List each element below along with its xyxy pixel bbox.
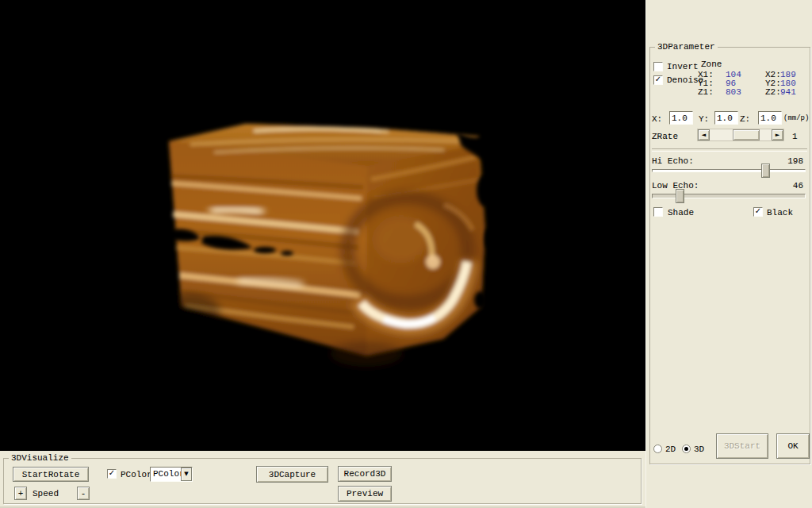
mode-2d-radio[interactable] (653, 444, 662, 453)
visualize-groupbox: 3DVisualize StartRotate + Speed - ✓ PCol… (3, 458, 642, 504)
3d-viewport[interactable] (0, 0, 645, 451)
parameter-groupbox: 3DParameter Invert ✓ Denoise Zone X1: 10… (649, 47, 810, 464)
volume-render[interactable] (0, 0, 645, 451)
pcolor-combo-value: PColor (153, 469, 185, 479)
zrate-value: 1 (792, 132, 798, 141)
speed-plus-button[interactable]: + (14, 487, 27, 500)
low-echo-value: 46 (793, 181, 803, 190)
start-rotate-button[interactable]: StartRotate (13, 467, 89, 482)
hi-echo-slider-thumb[interactable] (761, 164, 770, 178)
visualize-group-title: 3DVisualize (9, 453, 71, 463)
zrate-label: ZRate (652, 132, 678, 141)
zone-z1-label: Z1: (698, 87, 714, 97)
zone-z2-label: Z2: (765, 87, 781, 97)
zrate-left-arrow-button[interactable]: ◄ (698, 129, 710, 140)
invert-label: Invert (667, 62, 699, 71)
x-scale-input[interactable] (669, 111, 693, 125)
preview-button[interactable]: Preview (338, 486, 392, 502)
pcolor-checkbox[interactable]: ✓ (107, 469, 117, 479)
pcolor-label: PColor (121, 470, 152, 479)
right-arrow-icon: ► (776, 133, 779, 138)
pcolor-combo-dropdown-button[interactable]: ▼ (181, 468, 192, 481)
denoise-checkbox[interactable]: ✓ (653, 75, 663, 85)
low-echo-slider-thumb[interactable] (676, 189, 684, 203)
record3d-button[interactable]: Record3D (338, 466, 392, 482)
y-scale-label: Y: (699, 114, 709, 124)
shade-checkbox[interactable] (653, 207, 663, 217)
zrate-scrollbar[interactable]: ◄ ► (697, 129, 784, 141)
app-window: 3DParameter Invert ✓ Denoise Zone X1: 10… (0, 0, 812, 508)
chevron-down-icon: ▼ (184, 471, 188, 477)
black-label: Black (767, 208, 793, 217)
x-scale-label: X: (652, 114, 662, 124)
hi-echo-value: 198 (787, 156, 803, 166)
speed-label: Speed (33, 489, 59, 498)
parameter-panel: 3DParameter Invert ✓ Denoise Zone X1: 10… (645, 0, 812, 508)
zone-z1-value: 803 (726, 87, 741, 97)
pcolor-combobox[interactable]: PColor ▼ (150, 467, 193, 482)
radio-dot (684, 447, 688, 451)
zone-title: Zone (701, 60, 722, 69)
hi-echo-slider-track[interactable] (652, 169, 806, 172)
shade-label: Shade (668, 208, 694, 217)
zone-z2-value: 941 (780, 87, 796, 97)
y-scale-input[interactable] (714, 111, 738, 125)
checkmark-icon: ✓ (109, 469, 115, 477)
section-divider (652, 148, 807, 152)
ok-button[interactable]: OK (776, 433, 810, 459)
checkmark-icon: ✓ (755, 207, 761, 215)
left-arrow-icon: ◄ (702, 133, 706, 138)
parameter-group-title: 3DParameter (655, 42, 718, 52)
visualize-panel: 3DVisualize StartRotate + Speed - ✓ PCol… (0, 451, 645, 508)
scale-unit-label: (mm/p) (783, 114, 809, 123)
mode-3d-radio[interactable] (682, 444, 691, 453)
z-scale-input[interactable] (758, 111, 782, 125)
mode-3d-label: 3D (694, 444, 704, 454)
black-checkbox[interactable]: ✓ (753, 207, 763, 217)
3dcapture-button[interactable]: 3DCapture (256, 466, 328, 483)
checkmark-icon: ✓ (655, 75, 661, 83)
z-scale-label: Z: (740, 114, 750, 124)
zrate-right-arrow-button[interactable]: ► (772, 129, 783, 140)
hi-echo-label: Hi Echo: (652, 156, 694, 166)
speed-minus-button[interactable]: - (77, 487, 90, 500)
3dstart-button[interactable]: 3DStart (716, 433, 768, 459)
zrate-scrollbar-thumb[interactable] (733, 129, 760, 140)
invert-checkbox[interactable] (653, 62, 663, 71)
mode-2d-label: 2D (665, 444, 676, 454)
